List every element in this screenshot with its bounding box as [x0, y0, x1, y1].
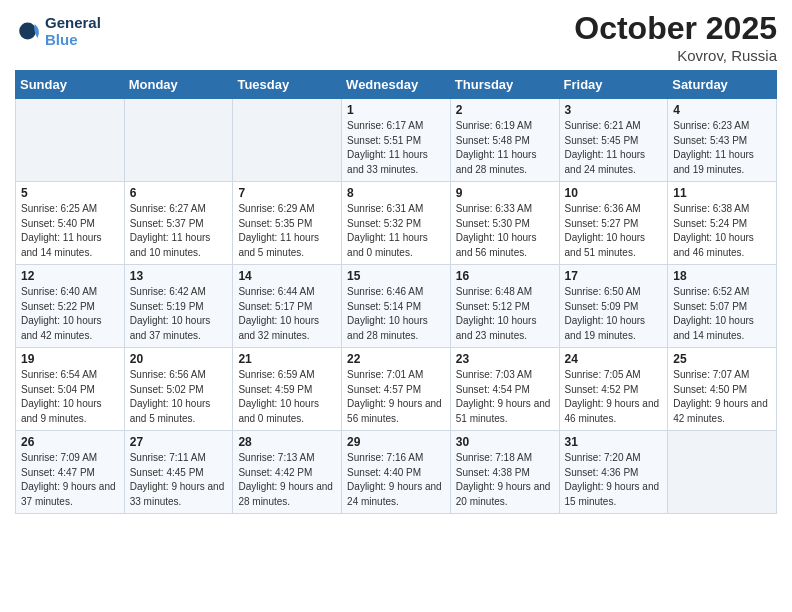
- calendar-cell: 24Sunrise: 7:05 AMSunset: 4:52 PMDayligh…: [559, 348, 668, 431]
- calendar-cell: 5Sunrise: 6:25 AMSunset: 5:40 PMDaylight…: [16, 182, 125, 265]
- calendar-cell: 9Sunrise: 6:33 AMSunset: 5:30 PMDaylight…: [450, 182, 559, 265]
- calendar-cell: 14Sunrise: 6:44 AMSunset: 5:17 PMDayligh…: [233, 265, 342, 348]
- day-number: 21: [238, 352, 336, 366]
- day-info: Sunrise: 7:20 AMSunset: 4:36 PMDaylight:…: [565, 451, 663, 509]
- day-info: Sunrise: 6:31 AMSunset: 5:32 PMDaylight:…: [347, 202, 445, 260]
- calendar-container: General Blue October 2025 Kovrov, Russia…: [0, 0, 792, 524]
- day-number: 15: [347, 269, 445, 283]
- title-area: October 2025 Kovrov, Russia: [574, 10, 777, 64]
- day-info: Sunrise: 7:01 AMSunset: 4:57 PMDaylight:…: [347, 368, 445, 426]
- calendar-cell: 16Sunrise: 6:48 AMSunset: 5:12 PMDayligh…: [450, 265, 559, 348]
- day-info: Sunrise: 6:33 AMSunset: 5:30 PMDaylight:…: [456, 202, 554, 260]
- day-number: 25: [673, 352, 771, 366]
- calendar-cell: 15Sunrise: 6:46 AMSunset: 5:14 PMDayligh…: [342, 265, 451, 348]
- calendar-cell: 10Sunrise: 6:36 AMSunset: 5:27 PMDayligh…: [559, 182, 668, 265]
- calendar-cell: 17Sunrise: 6:50 AMSunset: 5:09 PMDayligh…: [559, 265, 668, 348]
- location: Kovrov, Russia: [574, 47, 777, 64]
- day-number: 31: [565, 435, 663, 449]
- day-info: Sunrise: 6:27 AMSunset: 5:37 PMDaylight:…: [130, 202, 228, 260]
- weekday-header-friday: Friday: [559, 71, 668, 99]
- weekday-header-row: SundayMondayTuesdayWednesdayThursdayFrid…: [16, 71, 777, 99]
- logo: General Blue: [15, 14, 101, 48]
- day-number: 16: [456, 269, 554, 283]
- day-number: 29: [347, 435, 445, 449]
- calendar-cell: [16, 99, 125, 182]
- day-number: 8: [347, 186, 445, 200]
- month-title: October 2025: [574, 10, 777, 47]
- calendar-cell: 19Sunrise: 6:54 AMSunset: 5:04 PMDayligh…: [16, 348, 125, 431]
- day-number: 9: [456, 186, 554, 200]
- day-number: 12: [21, 269, 119, 283]
- day-number: 3: [565, 103, 663, 117]
- day-info: Sunrise: 6:21 AMSunset: 5:45 PMDaylight:…: [565, 119, 663, 177]
- day-number: 19: [21, 352, 119, 366]
- week-row-2: 5Sunrise: 6:25 AMSunset: 5:40 PMDaylight…: [16, 182, 777, 265]
- day-number: 24: [565, 352, 663, 366]
- day-info: Sunrise: 6:52 AMSunset: 5:07 PMDaylight:…: [673, 285, 771, 343]
- day-number: 2: [456, 103, 554, 117]
- calendar-cell: 31Sunrise: 7:20 AMSunset: 4:36 PMDayligh…: [559, 431, 668, 514]
- weekday-header-wednesday: Wednesday: [342, 71, 451, 99]
- day-info: Sunrise: 6:36 AMSunset: 5:27 PMDaylight:…: [565, 202, 663, 260]
- day-number: 10: [565, 186, 663, 200]
- day-info: Sunrise: 6:56 AMSunset: 5:02 PMDaylight:…: [130, 368, 228, 426]
- day-number: 26: [21, 435, 119, 449]
- day-number: 5: [21, 186, 119, 200]
- calendar-cell: 25Sunrise: 7:07 AMSunset: 4:50 PMDayligh…: [668, 348, 777, 431]
- day-number: 22: [347, 352, 445, 366]
- calendar-cell: 27Sunrise: 7:11 AMSunset: 4:45 PMDayligh…: [124, 431, 233, 514]
- day-number: 14: [238, 269, 336, 283]
- week-row-1: 1Sunrise: 6:17 AMSunset: 5:51 PMDaylight…: [16, 99, 777, 182]
- calendar-cell: [668, 431, 777, 514]
- calendar-cell: 23Sunrise: 7:03 AMSunset: 4:54 PMDayligh…: [450, 348, 559, 431]
- svg-point-0: [19, 23, 36, 40]
- calendar-cell: 28Sunrise: 7:13 AMSunset: 4:42 PMDayligh…: [233, 431, 342, 514]
- day-number: 18: [673, 269, 771, 283]
- calendar-cell: 12Sunrise: 6:40 AMSunset: 5:22 PMDayligh…: [16, 265, 125, 348]
- calendar-cell: 8Sunrise: 6:31 AMSunset: 5:32 PMDaylight…: [342, 182, 451, 265]
- day-info: Sunrise: 7:16 AMSunset: 4:40 PMDaylight:…: [347, 451, 445, 509]
- day-info: Sunrise: 6:50 AMSunset: 5:09 PMDaylight:…: [565, 285, 663, 343]
- calendar-cell: 30Sunrise: 7:18 AMSunset: 4:38 PMDayligh…: [450, 431, 559, 514]
- day-info: Sunrise: 6:46 AMSunset: 5:14 PMDaylight:…: [347, 285, 445, 343]
- day-info: Sunrise: 6:44 AMSunset: 5:17 PMDaylight:…: [238, 285, 336, 343]
- day-info: Sunrise: 7:07 AMSunset: 4:50 PMDaylight:…: [673, 368, 771, 426]
- day-info: Sunrise: 6:48 AMSunset: 5:12 PMDaylight:…: [456, 285, 554, 343]
- weekday-header-sunday: Sunday: [16, 71, 125, 99]
- calendar-cell: 29Sunrise: 7:16 AMSunset: 4:40 PMDayligh…: [342, 431, 451, 514]
- week-row-5: 26Sunrise: 7:09 AMSunset: 4:47 PMDayligh…: [16, 431, 777, 514]
- week-row-4: 19Sunrise: 6:54 AMSunset: 5:04 PMDayligh…: [16, 348, 777, 431]
- calendar-cell: 1Sunrise: 6:17 AMSunset: 5:51 PMDaylight…: [342, 99, 451, 182]
- calendar-cell: 18Sunrise: 6:52 AMSunset: 5:07 PMDayligh…: [668, 265, 777, 348]
- calendar-cell: [124, 99, 233, 182]
- day-info: Sunrise: 6:17 AMSunset: 5:51 PMDaylight:…: [347, 119, 445, 177]
- day-info: Sunrise: 6:40 AMSunset: 5:22 PMDaylight:…: [21, 285, 119, 343]
- day-info: Sunrise: 6:29 AMSunset: 5:35 PMDaylight:…: [238, 202, 336, 260]
- day-info: Sunrise: 7:11 AMSunset: 4:45 PMDaylight:…: [130, 451, 228, 509]
- day-number: 30: [456, 435, 554, 449]
- day-info: Sunrise: 7:03 AMSunset: 4:54 PMDaylight:…: [456, 368, 554, 426]
- day-info: Sunrise: 6:25 AMSunset: 5:40 PMDaylight:…: [21, 202, 119, 260]
- day-info: Sunrise: 6:38 AMSunset: 5:24 PMDaylight:…: [673, 202, 771, 260]
- logo-text: General Blue: [45, 14, 101, 48]
- day-number: 13: [130, 269, 228, 283]
- day-number: 6: [130, 186, 228, 200]
- week-row-3: 12Sunrise: 6:40 AMSunset: 5:22 PMDayligh…: [16, 265, 777, 348]
- calendar-cell: 21Sunrise: 6:59 AMSunset: 4:59 PMDayligh…: [233, 348, 342, 431]
- day-info: Sunrise: 7:05 AMSunset: 4:52 PMDaylight:…: [565, 368, 663, 426]
- weekday-header-monday: Monday: [124, 71, 233, 99]
- day-info: Sunrise: 6:54 AMSunset: 5:04 PMDaylight:…: [21, 368, 119, 426]
- day-number: 4: [673, 103, 771, 117]
- day-number: 17: [565, 269, 663, 283]
- calendar-cell: 6Sunrise: 6:27 AMSunset: 5:37 PMDaylight…: [124, 182, 233, 265]
- day-number: 20: [130, 352, 228, 366]
- day-info: Sunrise: 6:42 AMSunset: 5:19 PMDaylight:…: [130, 285, 228, 343]
- day-info: Sunrise: 7:18 AMSunset: 4:38 PMDaylight:…: [456, 451, 554, 509]
- day-number: 23: [456, 352, 554, 366]
- weekday-header-saturday: Saturday: [668, 71, 777, 99]
- calendar-cell: 13Sunrise: 6:42 AMSunset: 5:19 PMDayligh…: [124, 265, 233, 348]
- calendar-cell: [233, 99, 342, 182]
- day-info: Sunrise: 6:59 AMSunset: 4:59 PMDaylight:…: [238, 368, 336, 426]
- calendar-cell: 11Sunrise: 6:38 AMSunset: 5:24 PMDayligh…: [668, 182, 777, 265]
- day-info: Sunrise: 6:19 AMSunset: 5:48 PMDaylight:…: [456, 119, 554, 177]
